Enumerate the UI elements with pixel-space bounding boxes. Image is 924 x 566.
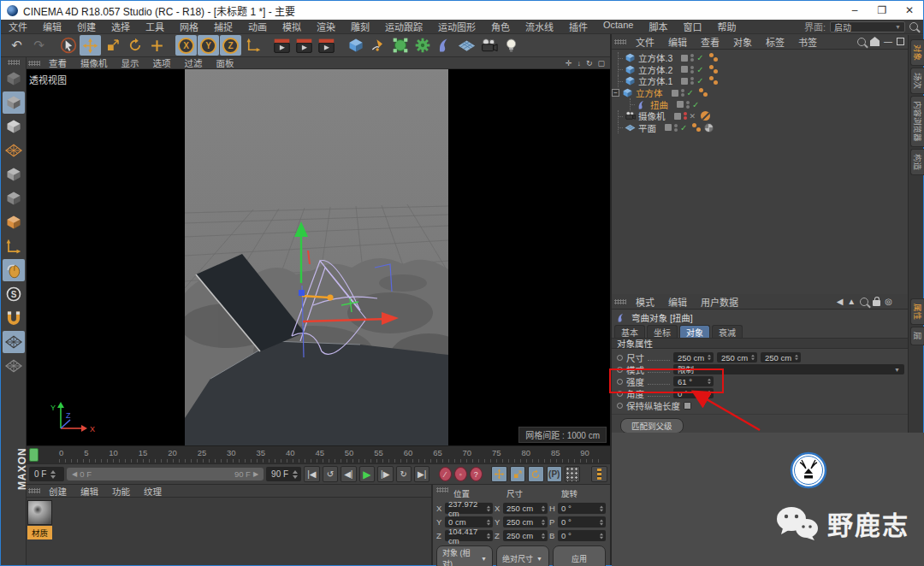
- menu-item[interactable]: 选择: [104, 20, 138, 33]
- material-menu-item[interactable]: 编辑: [74, 485, 105, 498]
- om-minimize-icon[interactable]: —: [884, 37, 892, 46]
- add-floor-icon[interactable]: [456, 35, 477, 56]
- object-row[interactable]: 立方体.3 ✓: [612, 52, 911, 64]
- phong-tag-icon[interactable]: [709, 53, 719, 62]
- collapse-icon[interactable]: −: [612, 89, 619, 97]
- protection-tag-icon[interactable]: [701, 111, 710, 121]
- search-icon[interactable]: [909, 22, 918, 31]
- points-mode-icon[interactable]: [3, 163, 25, 186]
- add-deformer-icon[interactable]: [434, 35, 455, 56]
- magnet-icon[interactable]: [3, 307, 25, 329]
- object-row[interactable]: 立方体.1 ✓: [612, 75, 911, 87]
- size-x-field[interactable]: 250 cm: [503, 503, 548, 514]
- edges-mode-icon[interactable]: [3, 187, 25, 209]
- menu-item[interactable]: 渲染: [309, 20, 343, 33]
- render-picture-viewer-icon[interactable]: [293, 35, 315, 56]
- texture-tag-icon[interactable]: [704, 123, 714, 133]
- workplane-icon[interactable]: [3, 355, 25, 377]
- record-keyframe-icon[interactable]: ⁄: [439, 467, 452, 481]
- uv-mode-icon[interactable]: [3, 139, 25, 162]
- render-view-icon[interactable]: [271, 35, 293, 56]
- rotation-p-field[interactable]: 0 °: [558, 516, 606, 528]
- object-row-selected[interactable]: − 立方体 ✓: [612, 87, 911, 99]
- menu-item[interactable]: 文件: [1, 20, 35, 33]
- menu-item[interactable]: 工具: [138, 20, 172, 33]
- next-key-icon[interactable]: ↻: [396, 466, 412, 482]
- attr-search-icon[interactable]: [860, 298, 868, 306]
- lock-icon[interactable]: [873, 300, 880, 306]
- object-row[interactable]: 摄像机 ✕: [612, 110, 911, 122]
- om-menu-item[interactable]: 编辑: [661, 35, 694, 49]
- viewport-menu-item[interactable]: 摄像机: [74, 56, 115, 69]
- go-to-end-icon[interactable]: ▶|: [414, 466, 429, 482]
- menu-item[interactable]: 运动图形: [430, 20, 483, 33]
- key-parameter-icon[interactable]: (P): [547, 466, 562, 482]
- record-objects-icon[interactable]: ◦: [454, 467, 467, 481]
- size-x-field[interactable]: 250 cm: [673, 352, 714, 363]
- keyframe-selection-icon[interactable]: [565, 466, 580, 482]
- menu-item[interactable]: 脚本: [641, 20, 675, 33]
- history-up-icon[interactable]: ▲: [847, 297, 856, 306]
- viewport-menu-item[interactable]: 面板: [210, 56, 241, 69]
- workplane-lock-icon[interactable]: [3, 331, 25, 353]
- playhead[interactable]: [29, 448, 38, 462]
- object-row[interactable]: 平面 ✓: [612, 122, 911, 134]
- lock-y-icon[interactable]: Y: [198, 35, 219, 56]
- vp-rotate-icon[interactable]: ↻: [586, 59, 593, 68]
- keep-axis-checkbox[interactable]: [684, 402, 691, 410]
- add-subdivision-icon[interactable]: [389, 35, 411, 56]
- rotate-tool-icon[interactable]: [124, 35, 145, 56]
- keyframe-dot-icon[interactable]: [617, 355, 623, 361]
- keyframe-dot-icon[interactable]: [617, 379, 623, 385]
- menu-item[interactable]: 窗口: [675, 20, 709, 33]
- interface-dropdown[interactable]: 启动▼: [830, 21, 905, 32]
- apply-button[interactable]: 应用: [553, 545, 606, 566]
- tab-basic[interactable]: 基本: [614, 325, 645, 338]
- attr-menu-item[interactable]: 用户数据: [694, 295, 745, 309]
- position-z-field[interactable]: 104.417 cm: [445, 530, 493, 541]
- om-menu-item[interactable]: 对象: [726, 35, 759, 49]
- menu-item[interactable]: 编辑: [35, 20, 69, 33]
- key-scale-icon[interactable]: [510, 466, 525, 482]
- menu-item[interactable]: 流水线: [518, 20, 561, 33]
- phong-tag-icon[interactable]: [692, 123, 702, 133]
- panel-grip[interactable]: [28, 488, 40, 493]
- redo-icon[interactable]: ↷: [28, 35, 50, 56]
- fit-to-parent-button[interactable]: 匹配到父级: [620, 418, 684, 433]
- viewport-menu-item[interactable]: 过滤: [178, 56, 210, 69]
- panel-grip[interactable]: [614, 299, 626, 304]
- tab-objects[interactable]: 对象: [910, 39, 924, 66]
- size-y-field[interactable]: 250 cm: [503, 516, 548, 528]
- viewport-menu-item[interactable]: 查看: [42, 56, 74, 69]
- minimize-button[interactable]: –: [841, 1, 868, 20]
- object-row[interactable]: 立方体.2 ✓: [612, 64, 911, 76]
- add-spline-icon[interactable]: [367, 35, 388, 56]
- section-header[interactable]: 对象属性: [612, 338, 911, 349]
- timeline-ruler[interactable]: 051015202530354045505560657075808590: [27, 445, 610, 463]
- undo-icon[interactable]: ↶: [6, 35, 27, 56]
- render-settings-icon[interactable]: [316, 35, 337, 56]
- size-y-field[interactable]: 250 cm: [717, 352, 757, 363]
- vp-zoom-icon[interactable]: ↓: [577, 59, 581, 68]
- lock-x-icon[interactable]: X: [175, 35, 197, 56]
- end-frame-field[interactable]: 90 F: [266, 467, 301, 481]
- menu-item[interactable]: 雕刻: [343, 20, 377, 33]
- scale-tool-icon[interactable]: [102, 35, 123, 56]
- om-home-icon[interactable]: [870, 37, 880, 46]
- target-icon[interactable]: ◎: [885, 297, 892, 306]
- tab-takes[interactable]: 场次: [910, 68, 924, 94]
- tab-layers[interactable]: 层: [910, 327, 924, 345]
- keyframe-dot-icon[interactable]: [617, 367, 623, 373]
- brush-icon[interactable]: [3, 68, 25, 90]
- menu-item[interactable]: 角色: [483, 20, 518, 33]
- polygons-mode-icon[interactable]: [3, 211, 25, 233]
- coordinate-system-icon[interactable]: [242, 35, 264, 56]
- viewport-menu-item[interactable]: 选项: [146, 56, 178, 69]
- attr-menu-item[interactable]: 模式: [629, 295, 661, 309]
- menu-item[interactable]: 创建: [69, 20, 104, 33]
- tab-falloff[interactable]: 衰减: [712, 325, 743, 338]
- keyframe-dot-icon[interactable]: [617, 403, 623, 409]
- vp-maximize-icon[interactable]: ▢: [597, 59, 605, 68]
- key-rotation-icon[interactable]: [528, 466, 543, 482]
- menu-item[interactable]: Octane: [595, 20, 641, 33]
